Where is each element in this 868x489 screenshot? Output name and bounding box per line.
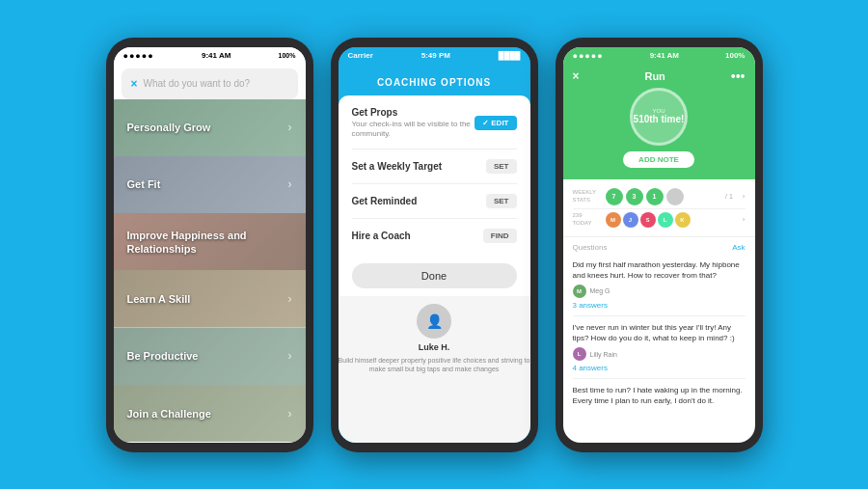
phone-2-screen: Carrier 5:49 PM ████ COACHING OPTIONS Ge… xyxy=(339,47,530,443)
chevron-icon-1: › xyxy=(288,177,292,191)
phone-3: ●●●●● 9:41 AM 100% × Run ••• YOU 510th t… xyxy=(556,38,763,452)
feed-item-2: Best time to run? I hate waking up in th… xyxy=(573,385,746,406)
battery-3: 100% xyxy=(725,51,745,60)
feed-header: Questions Ask xyxy=(573,243,746,252)
signal-dots: ●●●●● xyxy=(123,51,154,61)
phone3-content: × Run ••• YOU 510th time! ADD NOTE WEEKL… xyxy=(563,65,755,443)
author-name-0: Meg G xyxy=(590,287,610,294)
option-title-get-props: Get Props xyxy=(352,107,475,118)
milestone-circle: YOU 510th time! xyxy=(630,88,688,146)
option-title-reminded: Get Reminded xyxy=(352,196,486,206)
edit-button[interactable]: ✓ EDIT xyxy=(475,116,516,130)
menu-item-join-challenge[interactable]: Join a Challenge › xyxy=(114,385,306,442)
battery-1: 100% xyxy=(279,52,296,59)
set-reminded-button[interactable]: SET xyxy=(486,194,517,208)
feed-item-0: Did my first half marathon yesterday. My… xyxy=(573,259,746,310)
feed-divider-0 xyxy=(573,315,746,316)
weekly-fraction: / 1 xyxy=(725,193,733,200)
weekly-stats-row: WEEKLYSTATS 7 3 1 / 1 › xyxy=(573,185,746,209)
search-placeholder: What do you want to do? xyxy=(144,78,251,89)
run-header-top: × Run ••• xyxy=(573,68,746,84)
milestone-value: 510th time! xyxy=(634,114,685,124)
coaching-body: Get Props Your check-ins will be visible… xyxy=(339,95,530,258)
menu-item-get-fit[interactable]: Get Fit › xyxy=(114,156,306,213)
menu-label-challenge: Join a Challenge xyxy=(127,407,211,421)
phone-1: ●●●●● 9:41 AM 100% × What do you want to… xyxy=(106,38,313,452)
time-3: 9:41 AM xyxy=(650,51,679,60)
coaching-option-reminded: Get Reminded SET xyxy=(352,194,517,219)
option-text-weekly: Set a Weekly Target xyxy=(352,161,486,172)
feed-text-0: Did my first half marathon yesterday. My… xyxy=(573,259,746,281)
author-avatar-1: L xyxy=(573,347,586,361)
bubble-0[interactable]: 7 xyxy=(606,188,623,205)
feed-item-1: I've never run in winter but this year I… xyxy=(573,322,746,372)
chevron-weekly[interactable]: › xyxy=(743,192,746,201)
weekly-label: WEEKLYSTATS xyxy=(573,189,600,203)
today-avatars: M J S L K xyxy=(606,212,691,228)
today-stats-row: 239TODAY M J S L K › xyxy=(573,209,746,231)
phone2-content: COACHING OPTIONS Get Props Your check-in… xyxy=(339,65,530,443)
coaching-option-get-props: Get Props Your check-ins will be visible… xyxy=(352,107,517,150)
chevron-today[interactable]: › xyxy=(743,215,746,224)
run-title: Run xyxy=(644,70,665,82)
feed-text-1: I've never run in winter but this year I… xyxy=(573,322,746,343)
today-label: 239TODAY xyxy=(573,212,600,226)
set-weekly-button[interactable]: SET xyxy=(486,159,517,174)
phone-1-screen: ●●●●● 9:41 AM 100% × What do you want to… xyxy=(114,47,306,443)
option-text-coach: Hire a Coach xyxy=(352,231,483,241)
option-sub-get-props: Your check-ins will be visible to the co… xyxy=(352,120,475,140)
signal-dots-3: ●●●●● xyxy=(573,51,604,61)
bubble-3 xyxy=(666,188,684,205)
answer-count-0[interactable]: 3 answers xyxy=(573,301,746,310)
run-header: × Run ••• YOU 510th time! ADD NOTE xyxy=(563,65,755,179)
user-sub-2: Build himself deeper property positive l… xyxy=(339,356,530,375)
status-bar-3: ●●●●● 9:41 AM 100% xyxy=(563,47,755,65)
option-title-weekly: Set a Weekly Target xyxy=(352,161,486,172)
menu-item-be-productive[interactable]: Be Productive › xyxy=(114,328,306,385)
find-coach-button[interactable]: FIND xyxy=(483,229,517,243)
bubble-2[interactable]: 1 xyxy=(646,188,664,205)
close-icon[interactable]: × xyxy=(131,77,138,91)
search-bar[interactable]: × What do you want to do? xyxy=(122,68,298,99)
questions-label: Questions xyxy=(573,243,608,252)
battery-2: ████ xyxy=(499,51,521,60)
option-title-coach: Hire a Coach xyxy=(352,231,483,241)
bubble-1[interactable]: 3 xyxy=(626,188,643,205)
menu-item-learn-skill[interactable]: Learn A Skill › xyxy=(114,270,306,327)
weekly-bubbles: 7 3 1 xyxy=(606,188,684,205)
menu-list: Personally Grow › Get Fit › Improve Happ… xyxy=(114,99,306,443)
menu-item-personally-grow[interactable]: Personally Grow › xyxy=(114,99,306,156)
ask-button[interactable]: Ask xyxy=(732,243,745,252)
stats-panel: WEEKLYSTATS 7 3 1 / 1 › 239TODAY M J xyxy=(563,179,755,237)
chevron-icon-5: › xyxy=(288,407,292,421)
time-1: 9:41 AM xyxy=(202,51,231,60)
today-avatar-4: K xyxy=(675,212,691,228)
today-avatar-1: J xyxy=(623,212,638,228)
time-2: 5:49 PM xyxy=(421,51,450,60)
phone2-bottom: 👤 Luke H. Build himself deeper property … xyxy=(339,296,530,443)
today-avatar-0: M xyxy=(606,212,621,228)
author-avatar-0: M xyxy=(573,285,586,298)
more-menu-icon[interactable]: ••• xyxy=(731,68,746,84)
add-note-button[interactable]: ADD NOTE xyxy=(623,151,694,168)
close-icon-3[interactable]: × xyxy=(573,69,580,83)
author-name-1: Lilly Rain xyxy=(590,351,617,358)
user-name-2: Luke H. xyxy=(419,342,450,352)
coaching-option-coach: Hire a Coach FIND xyxy=(352,229,517,253)
option-text-get-props: Get Props Your check-ins will be visible… xyxy=(352,107,475,140)
today-avatar-2: S xyxy=(640,212,656,228)
done-button[interactable]: Done xyxy=(352,263,517,288)
menu-label-get-fit: Get Fit xyxy=(127,177,161,191)
option-text-reminded: Get Reminded xyxy=(352,196,486,206)
chevron-icon-0: › xyxy=(288,121,292,134)
menu-label-happiness: Improve Happiness and Relationships xyxy=(127,229,259,257)
answer-count-1[interactable]: 4 answers xyxy=(573,364,746,372)
chevron-icon-3: › xyxy=(288,292,292,306)
chevron-icon-4: › xyxy=(288,349,292,363)
menu-item-improve-happiness[interactable]: Improve Happiness and Relationships xyxy=(114,213,306,270)
phone-3-screen: ●●●●● 9:41 AM 100% × Run ••• YOU 510th t… xyxy=(563,47,755,443)
status-bar-1: ●●●●● 9:41 AM 100% xyxy=(114,47,306,65)
phone-2: Carrier 5:49 PM ████ COACHING OPTIONS Ge… xyxy=(331,38,538,452)
menu-label-skill: Learn A Skill xyxy=(127,292,191,306)
feed-author-0: M Meg G xyxy=(573,285,746,298)
